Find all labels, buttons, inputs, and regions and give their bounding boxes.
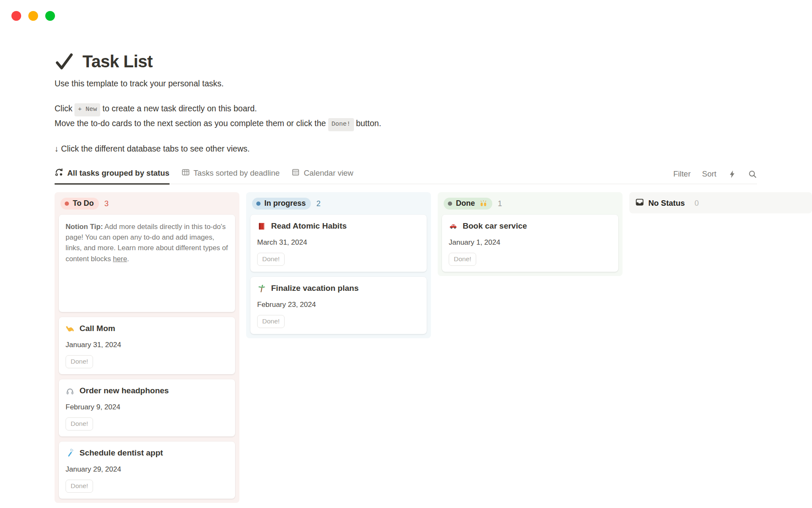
raised-hands-icon <box>480 200 487 207</box>
database-tab-bar: All tasks grouped by status Tasks sorted… <box>55 168 757 184</box>
done-button[interactable]: Done! <box>257 315 285 328</box>
here-link[interactable]: here <box>113 255 127 263</box>
notion-tip-text: Notion Tip: Add more details directly in… <box>66 221 228 264</box>
column-count: 0 <box>694 199 699 208</box>
instruction-line-3: ↓ Click the different database tabs to s… <box>55 144 812 154</box>
headphones-icon <box>66 387 74 395</box>
kanban-board: To Do 3 Notion Tip: Add more details dir… <box>55 192 812 503</box>
call-me-hand-icon <box>66 324 74 333</box>
task-title: Book car service <box>463 221 527 231</box>
filter-button[interactable]: Filter <box>673 169 691 179</box>
tab-label: Tasks sorted by deadline <box>194 168 280 178</box>
notion-tip-bold: Notion Tip: <box>66 223 103 231</box>
task-title: Finalize vacation plans <box>271 284 359 293</box>
task-card-schedule-dentist-appt[interactable]: Schedule dentist appt January 29, 2024 D… <box>59 442 235 499</box>
instruction-line-2: Move the to-do cards to the next section… <box>55 117 812 131</box>
task-title: Call Mom <box>80 324 115 333</box>
status-label: To Do <box>73 199 94 208</box>
column-to-do: To Do 3 Notion Tip: Add more details dir… <box>55 192 239 503</box>
red-book-icon <box>257 222 266 231</box>
status-label: In progress <box>264 199 306 208</box>
done-button[interactable]: Done! <box>66 355 93 368</box>
table-view-icon <box>181 168 190 179</box>
tab-label: All tasks grouped by status <box>67 168 170 178</box>
instruction-text: to create a new task directly on this bo… <box>102 104 257 113</box>
column-in-progress: In progress 2 Read Atomic Hab <box>246 192 431 338</box>
done-chip: Done! <box>328 118 354 131</box>
task-card-book-car-service[interactable]: Book car service January 1, 2024 Done! <box>442 215 618 272</box>
column-header[interactable]: No Status 0 <box>629 192 812 213</box>
column-count: 1 <box>498 199 502 208</box>
done-button[interactable]: Done! <box>66 417 93 431</box>
tab-tasks-sorted-by-deadline[interactable]: Tasks sorted by deadline <box>181 168 280 184</box>
card-list: Book car service January 1, 2024 Done! <box>438 214 623 276</box>
zoom-window-button[interactable] <box>45 11 55 21</box>
instruction-text: button. <box>356 119 381 128</box>
view-tabs: All tasks grouped by status Tasks sorted… <box>55 168 353 184</box>
status-label: No Status <box>648 199 685 208</box>
task-title: Schedule dentist appt <box>80 448 163 458</box>
column-done: Done 1 <box>438 192 623 276</box>
status-badge-in-progress: In progress <box>252 198 311 210</box>
task-card-call-mom[interactable]: Call Mom January 31, 2024 Done! <box>59 317 235 374</box>
red-car-icon <box>449 222 458 231</box>
task-due-date: January 29, 2024 <box>66 465 228 474</box>
page-content: Task List Use this template to track you… <box>55 0 812 503</box>
notion-tip-suffix: . <box>127 255 129 263</box>
done-button[interactable]: Done! <box>66 480 93 493</box>
column-count: 3 <box>104 199 109 208</box>
palm-tree-icon <box>257 284 266 293</box>
notion-tip-card[interactable]: Notion Tip: Add more details directly in… <box>59 215 235 312</box>
card-list: Read Atomic Habits March 31, 2024 Done! <box>246 214 431 338</box>
lightning-icon[interactable] <box>728 170 737 179</box>
task-due-date: March 31, 2024 <box>257 238 420 247</box>
search-icon[interactable] <box>748 170 757 179</box>
column-header[interactable]: To Do 3 <box>55 192 239 214</box>
close-window-button[interactable] <box>11 11 21 21</box>
view-controls: Filter Sort <box>673 169 757 184</box>
task-due-date: February 23, 2024 <box>257 301 420 309</box>
instructions: Click+ Newto create a new task directly … <box>55 102 812 154</box>
instruction-text: Click <box>55 104 72 113</box>
task-title: Read Atomic Habits <box>271 221 347 231</box>
task-card-order-new-headphones[interactable]: Order new headphones February 9, 2024 Do… <box>59 379 235 436</box>
column-header[interactable]: In progress 2 <box>246 192 431 214</box>
task-card-read-atomic-habits[interactable]: Read Atomic Habits March 31, 2024 Done! <box>250 215 427 272</box>
page-title-row: Task List <box>55 52 812 71</box>
task-due-date: January 31, 2024 <box>66 341 228 349</box>
status-badge-done: Done <box>444 198 492 210</box>
checkmark-icon <box>55 52 74 71</box>
status-label: Done <box>456 199 475 208</box>
task-due-date: February 9, 2024 <box>66 403 228 411</box>
tab-calendar-view[interactable]: Calendar view <box>291 168 353 184</box>
toothbrush-icon <box>66 449 74 458</box>
sort-button[interactable]: Sort <box>702 169 716 179</box>
status-dot <box>256 202 261 206</box>
instruction-text: Move the to-do cards to the next section… <box>55 119 326 128</box>
done-button[interactable]: Done! <box>449 253 476 266</box>
task-due-date: January 1, 2024 <box>449 238 612 247</box>
column-no-status: No Status 0 <box>629 192 812 213</box>
status-dot <box>65 202 69 206</box>
tab-all-tasks-grouped-by-status[interactable]: All tasks grouped by status <box>55 168 170 184</box>
task-title: Order new headphones <box>80 386 169 395</box>
page-title: Task List <box>82 52 153 71</box>
window-controls <box>11 11 55 21</box>
calendar-view-icon <box>291 168 300 179</box>
new-chip: + New <box>74 103 100 116</box>
done-button[interactable]: Done! <box>257 253 285 266</box>
task-card-finalize-vacation-plans[interactable]: Finalize vacation plans February 23, 202… <box>250 277 427 334</box>
card-list: Notion Tip: Add more details directly in… <box>55 214 239 503</box>
status-view-icon <box>55 168 63 179</box>
inbox-icon <box>635 198 644 209</box>
status-dot <box>448 202 452 206</box>
minimize-window-button[interactable] <box>28 11 38 21</box>
page-subtitle: Use this template to track your personal… <box>55 79 812 88</box>
instruction-line-1: Click+ Newto create a new task directly … <box>55 102 812 116</box>
column-header[interactable]: Done 1 <box>438 192 623 214</box>
status-badge-to-do: To Do <box>60 198 99 210</box>
column-count: 2 <box>316 199 321 208</box>
tab-label: Calendar view <box>304 168 353 178</box>
